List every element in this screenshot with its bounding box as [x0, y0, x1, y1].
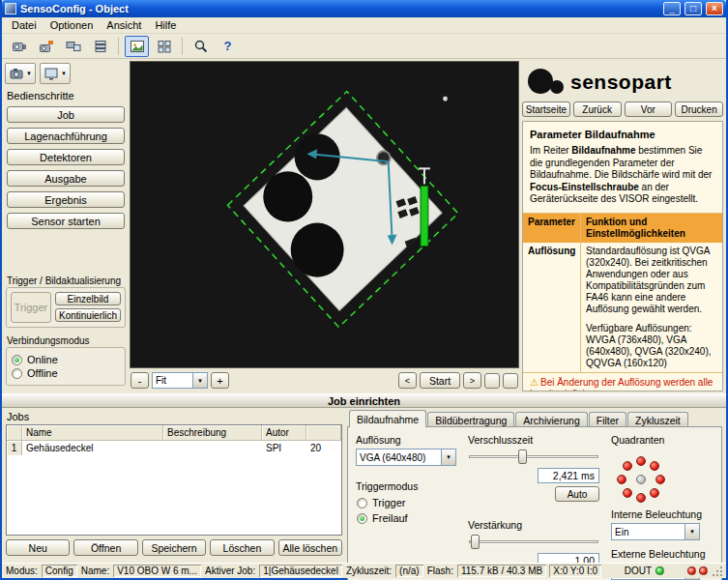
help-back-button[interactable]: Zurück	[573, 102, 622, 117]
shutter-auto-button[interactable]: Auto	[555, 486, 599, 502]
toolbar-button-grid-view[interactable]	[152, 36, 176, 57]
jobs-header-beschreibung[interactable]: Beschreibung	[163, 425, 262, 441]
connection-group-title: Verbindungsmodus	[7, 335, 127, 346]
zoom-fit-combo[interactable]: Fit ▼	[152, 372, 208, 389]
quadrant-led[interactable]	[650, 488, 659, 498]
quadrant-center-led[interactable]	[636, 475, 646, 484]
menu-item-optionen[interactable]: Optionen	[44, 18, 100, 32]
menu-item-hilfe[interactable]: Hilfe	[149, 18, 182, 32]
help-home-button[interactable]: Startseite	[522, 102, 570, 117]
status-name-value: V10 OBO W 6 m...	[113, 565, 201, 577]
toolbar-button-help[interactable]: ?	[216, 36, 240, 57]
resolution-combo[interactable]: VGA (640x480) ▼	[356, 449, 456, 466]
tab-bildaufnahme[interactable]: Bildaufnahme	[349, 410, 426, 427]
help-warning: ⚠Bei Änderung der Auflösung werden alle …	[523, 373, 722, 392]
titlebar[interactable]: SensoConfig - Object _ □ ×	[2, 0, 726, 17]
extra-viewer-button-2[interactable]	[503, 373, 518, 389]
zoom-out-button[interactable]: -	[131, 372, 149, 389]
start-button[interactable]: Start	[420, 372, 460, 389]
maximize-button[interactable]: □	[684, 2, 702, 15]
quadrant-led[interactable]	[623, 488, 632, 498]
prev-button[interactable]: <	[398, 372, 417, 389]
snapshot-dropdown-button[interactable]: ▼	[5, 63, 36, 84]
help-table-text-2: Verfügbare Auflösungen: WVGA (736x480), …	[586, 323, 717, 369]
table-row[interactable]: 1 Gehäusedeckel SPI 20	[7, 441, 341, 455]
toolbar-button-job-list[interactable]	[88, 36, 112, 57]
resize-grip[interactable]	[711, 566, 723, 578]
gain-slider[interactable]	[468, 535, 599, 550]
toolbar-button-image-view[interactable]	[125, 36, 149, 57]
chevron-down-icon: ▼	[61, 71, 67, 76]
sidebar-button-detektoren[interactable]: Detektoren	[7, 149, 125, 165]
tab-zykluszeit[interactable]: Zykluszeit	[627, 412, 688, 427]
sidebar-button-ausgabe[interactable]: Ausgabe	[7, 170, 125, 187]
save-job-button[interactable]: Speichern	[142, 539, 206, 556]
online-radio-row[interactable]: Online	[12, 354, 120, 365]
offline-radio-row[interactable]: Offline	[12, 367, 120, 379]
internal-light-combo[interactable]: Ein ▼	[611, 523, 700, 540]
help-intro-bold: Focus-Einstellschraube	[530, 182, 639, 192]
quadrants-control[interactable]	[613, 452, 669, 503]
quadrant-led[interactable]	[655, 475, 665, 484]
quadrant-led[interactable]	[636, 493, 646, 503]
help-table-param: Auflösung	[523, 243, 581, 372]
zoom-in-button[interactable]: +	[211, 372, 229, 389]
display-dropdown-button[interactable]: ▼	[40, 63, 71, 84]
trigger-radio-row[interactable]: Trigger	[357, 497, 455, 508]
sidebar-button-lagenachfuehrung[interactable]: Lagenachführung	[7, 128, 125, 144]
shutter-slider-track[interactable]	[469, 455, 598, 458]
freerun-radio-row[interactable]: Freilauf	[357, 512, 455, 524]
jobs-header-autor[interactable]: Autor	[262, 425, 306, 441]
toolbar-button-sensor-monitor[interactable]	[61, 36, 85, 57]
single-image-button[interactable]: Einzelbild	[55, 292, 121, 305]
quadrant-led[interactable]	[636, 456, 646, 466]
open-job-button[interactable]: Öffnen	[73, 539, 137, 556]
shutter-slider-thumb[interactable]	[518, 450, 527, 464]
jobs-header-name[interactable]: Name	[22, 425, 163, 441]
shutter-slider[interactable]	[468, 450, 599, 465]
toolbar-button-zoom[interactable]	[189, 36, 213, 57]
trigger-group: Trigger Einzelbild Kontinuierlich	[6, 287, 126, 328]
shutter-value-field[interactable]: 2,421 ms	[538, 468, 599, 483]
quadrant-led[interactable]	[650, 461, 659, 471]
image-display[interactable]	[130, 61, 519, 368]
chevron-down-icon[interactable]: ▼	[684, 524, 699, 539]
tab-archivierung[interactable]: Archivierung	[515, 412, 587, 427]
help-table-header-parameter: Parameter	[523, 214, 581, 243]
delete-all-jobs-button[interactable]: Alle löschen	[278, 539, 342, 556]
help-forward-button[interactable]: Vor	[625, 102, 673, 117]
minimize-button[interactable]: _	[663, 2, 681, 15]
continuous-button[interactable]: Kontinuierlich	[55, 308, 121, 322]
chevron-down-icon[interactable]: ▼	[192, 373, 207, 388]
toolbar-button-find-sensor[interactable]	[7, 36, 31, 57]
help-print-button[interactable]: Drucken	[675, 102, 723, 117]
next-button[interactable]: >	[463, 372, 481, 389]
toolbar-separator	[118, 38, 119, 55]
quadrant-led[interactable]	[617, 475, 626, 484]
delete-job-button[interactable]: Löschen	[210, 539, 274, 556]
menu-item-ansicht[interactable]: Ansicht	[101, 18, 147, 32]
sidebar-button-job[interactable]: Job	[7, 106, 125, 123]
jobs-header-extra[interactable]	[306, 425, 341, 441]
menu-item-datei[interactable]: Datei	[6, 18, 43, 32]
online-radio[interactable]	[12, 355, 22, 365]
offline-radio[interactable]	[12, 368, 22, 379]
sidebar-button-sensor-starten[interactable]: Sensor starten	[7, 213, 125, 229]
new-job-button[interactable]: Neu	[6, 539, 70, 556]
sidebar-button-ergebnis[interactable]: Ergebnis	[7, 191, 125, 208]
trigger-radio[interactable]	[357, 498, 367, 508]
tab-bilduebertragung[interactable]: Bildübertragung	[427, 412, 514, 427]
close-button[interactable]: ×	[706, 2, 723, 15]
gain-slider-track[interactable]	[469, 540, 598, 543]
dout-led-red-2	[699, 566, 708, 575]
gain-slider-thumb[interactable]	[471, 535, 480, 549]
chevron-down-icon[interactable]: ▼	[441, 450, 455, 465]
tab-filter[interactable]: Filter	[589, 412, 626, 427]
freerun-radio[interactable]	[357, 513, 367, 524]
jobs-table-header: Name Beschreibung Autor	[7, 425, 341, 441]
quadrant-led[interactable]	[623, 461, 632, 471]
extra-viewer-button-1[interactable]	[484, 373, 500, 389]
sensopart-logo-graphic: sensopart	[526, 65, 719, 98]
trigger-button[interactable]: Trigger	[11, 292, 51, 323]
toolbar-button-sensor-config[interactable]	[34, 36, 58, 57]
